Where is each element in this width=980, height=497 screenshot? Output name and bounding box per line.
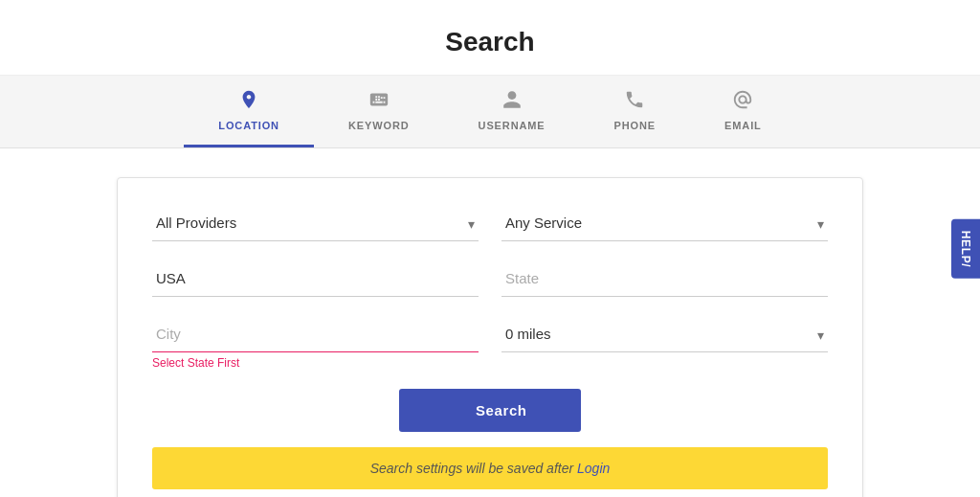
notice-banner: Search settings will be saved after Logi…: [152, 447, 828, 489]
tab-keyword-label: KEYWORD: [348, 120, 410, 131]
distance-select[interactable]: 0 miles 5 miles 10 miles 25 miles 50 mil…: [501, 316, 828, 352]
provider-select[interactable]: All Providers Provider 1 Provider 2: [152, 205, 479, 241]
state-group: [501, 260, 828, 297]
city-error: Select State First: [152, 356, 479, 370]
phone-icon: [624, 89, 645, 116]
service-select[interactable]: Any Service Service 1 Service 2: [501, 205, 828, 241]
tab-phone-label: PHONE: [614, 120, 657, 131]
email-icon: [732, 89, 753, 116]
tab-location-label: LOCATION: [218, 120, 279, 131]
keyboard-icon: [368, 89, 390, 116]
distance-group: 0 miles 5 miles 10 miles 25 miles 50 mil…: [501, 316, 828, 352]
tab-username[interactable]: USERNAME: [444, 76, 580, 147]
page-title: Search: [0, 27, 980, 57]
city-group: Select State First: [152, 316, 479, 370]
distance-select-wrapper: 0 miles 5 miles 10 miles 25 miles 50 mil…: [501, 316, 828, 352]
tab-phone[interactable]: PHONE: [580, 76, 691, 147]
notice-text: Search settings will be saved after: [370, 461, 577, 476]
provider-select-wrapper: All Providers Provider 1 Provider 2: [152, 205, 479, 241]
help-button[interactable]: HELP/: [951, 218, 980, 278]
tab-email[interactable]: EMAIL: [690, 76, 796, 147]
city-distance-row: Select State First 0 miles 5 miles 10 mi…: [152, 316, 828, 370]
provider-service-row: All Providers Provider 1 Provider 2 Any …: [152, 205, 828, 241]
tab-email-label: EMAIL: [724, 120, 762, 131]
search-card: All Providers Provider 1 Provider 2 Any …: [117, 177, 863, 497]
country-state-row: [152, 260, 828, 297]
tab-username-label: USERNAME: [479, 120, 546, 131]
city-input[interactable]: [152, 316, 479, 352]
service-group: Any Service Service 1 Service 2: [501, 205, 828, 241]
search-button[interactable]: Search: [399, 389, 581, 432]
provider-group: All Providers Provider 1 Provider 2: [152, 205, 479, 241]
tab-bar: LOCATION KEYWORD USERNAME PHONE EMAIL: [0, 76, 980, 148]
login-link[interactable]: Login: [577, 461, 610, 476]
person-icon: [501, 89, 523, 116]
country-input[interactable]: [152, 260, 479, 297]
tab-keyword[interactable]: KEYWORD: [314, 76, 444, 147]
state-input[interactable]: [501, 260, 828, 297]
tab-location[interactable]: LOCATION: [184, 76, 314, 147]
page-header: Search: [0, 0, 980, 76]
country-group: [152, 260, 479, 297]
service-select-wrapper: Any Service Service 1 Service 2: [501, 205, 828, 241]
search-button-row: Search: [152, 389, 828, 432]
main-content: All Providers Provider 1 Provider 2 Any …: [0, 148, 980, 497]
location-icon: [238, 89, 259, 116]
